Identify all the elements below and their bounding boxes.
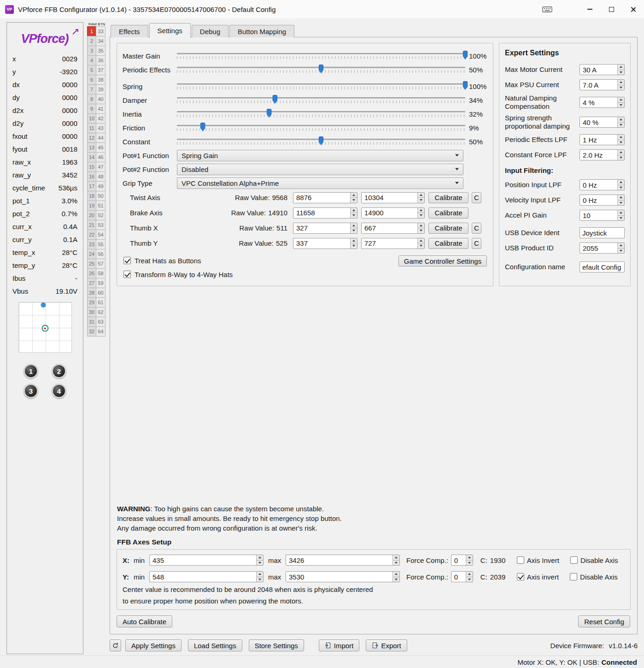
spring-slider[interactable] bbox=[177, 81, 465, 91]
spin-up-button[interactable] bbox=[618, 210, 624, 216]
tab-settings[interactable]: Settings bbox=[149, 23, 191, 38]
spring-strength-proportional-damping-spinbox[interactable]: 40 % bbox=[580, 117, 625, 128]
velocity-input-lpf-spinbox[interactable]: 0 Hz bbox=[580, 195, 625, 206]
twist-axis-center-button[interactable]: C bbox=[472, 192, 481, 203]
import-button[interactable]: Import bbox=[319, 639, 360, 651]
twist-axis-max-spinbox[interactable]: 10304 bbox=[361, 192, 425, 203]
brake-axis-max-spinbox[interactable]: 14900 bbox=[361, 207, 425, 219]
spin-up-button[interactable] bbox=[618, 117, 624, 123]
configuration-name-input[interactable]: efault Config bbox=[580, 261, 625, 272]
spin-value[interactable]: 3530 bbox=[286, 572, 392, 582]
spin-down-button[interactable] bbox=[351, 228, 357, 233]
damper-slider[interactable] bbox=[177, 95, 465, 105]
refresh-button[interactable] bbox=[110, 639, 121, 651]
thumb-y-min-spinbox[interactable]: 337 bbox=[293, 238, 357, 249]
x-axis-min-spinbox[interactable]: 435 bbox=[149, 555, 263, 566]
accel-pi-gain-spinbox[interactable]: 10 bbox=[580, 210, 625, 221]
spin-up-button[interactable] bbox=[618, 243, 624, 248]
spin-up-button[interactable] bbox=[351, 238, 357, 244]
load-settings-button[interactable]: Load Settings bbox=[188, 639, 242, 651]
spin-down-button[interactable] bbox=[618, 185, 624, 190]
spin-value[interactable]: 8876 bbox=[293, 193, 350, 203]
spin-value[interactable]: 0 Hz bbox=[580, 195, 617, 205]
spin-value[interactable]: 548 bbox=[150, 572, 256, 582]
y-axis-force-comp-spinbox[interactable]: 0 bbox=[451, 571, 473, 582]
store-settings-button[interactable]: Store Settings bbox=[249, 639, 304, 651]
spin-down-button[interactable] bbox=[618, 103, 624, 108]
spin-up-button[interactable] bbox=[466, 555, 473, 561]
usb-device-ident-input[interactable]: Joystick bbox=[580, 227, 625, 238]
spin-up-button[interactable] bbox=[257, 555, 263, 561]
spin-value[interactable]: 0 bbox=[451, 555, 466, 565]
spin-up-button[interactable] bbox=[618, 65, 624, 70]
spin-down-button[interactable] bbox=[618, 85, 624, 90]
x-axis-invert-checkbox[interactable] bbox=[517, 556, 524, 564]
spin-down-button[interactable] bbox=[351, 213, 357, 218]
constant-slider[interactable] bbox=[177, 136, 465, 147]
spin-down-button[interactable] bbox=[618, 216, 624, 221]
apply-settings-button[interactable]: Apply Settings bbox=[125, 639, 181, 651]
spin-up-button[interactable] bbox=[393, 555, 399, 561]
thumb-x-max-spinbox[interactable]: 667 bbox=[361, 223, 425, 234]
spin-down-button[interactable] bbox=[618, 201, 624, 206]
brake-axis-calibrate-button[interactable]: Calibrate bbox=[428, 207, 468, 219]
spin-up-button[interactable] bbox=[418, 223, 424, 229]
spin-value[interactable]: 2055 bbox=[580, 243, 617, 253]
spin-value[interactable]: 1 Hz bbox=[580, 135, 617, 145]
thumb-x-center-button[interactable]: C bbox=[472, 223, 481, 234]
spin-value[interactable]: 727 bbox=[362, 238, 417, 248]
minimize-button[interactable] bbox=[579, 0, 601, 18]
position-input-lpf-spinbox[interactable]: 0 Hz bbox=[580, 179, 625, 190]
game-controller-settings-button[interactable]: Game Controller Settings bbox=[398, 255, 487, 266]
spin-down-button[interactable] bbox=[257, 577, 263, 582]
spin-down-button[interactable] bbox=[618, 70, 624, 75]
natural-damping-compensation-spinbox[interactable]: 4 % bbox=[580, 97, 625, 108]
spin-up-button[interactable] bbox=[351, 223, 357, 229]
spin-value[interactable]: 10304 bbox=[362, 193, 417, 203]
spin-value[interactable]: 337 bbox=[293, 238, 350, 248]
spin-down-button[interactable] bbox=[351, 198, 357, 203]
spin-up-button[interactable] bbox=[618, 195, 624, 201]
inertia-slider[interactable] bbox=[177, 109, 465, 119]
tab-button-mapping[interactable]: Button Mapping bbox=[229, 25, 294, 37]
spin-up-button[interactable] bbox=[257, 572, 263, 577]
pot-1-function-dropdown[interactable]: Spring Gain bbox=[177, 150, 463, 161]
auto-calibrate-button[interactable]: Auto Calibrate bbox=[117, 615, 172, 627]
thumb-y-max-spinbox[interactable]: 727 bbox=[361, 238, 425, 249]
spin-up-button[interactable] bbox=[351, 208, 357, 213]
spin-value[interactable]: 10 bbox=[580, 210, 617, 220]
y-axis-invert-checkbox[interactable] bbox=[517, 573, 524, 580]
spin-value[interactable]: 435 bbox=[150, 555, 256, 565]
grip-type-dropdown[interactable]: VPC Constellation Alpha+Prime bbox=[177, 177, 463, 189]
periodic-effects-slider[interactable] bbox=[177, 65, 465, 75]
reset-config-button[interactable]: Reset Config bbox=[578, 615, 630, 627]
treat-hats-as-buttons-checkbox[interactable] bbox=[123, 257, 131, 264]
thumb-y-calibrate-button[interactable]: Calibrate bbox=[428, 238, 468, 249]
tab-debug[interactable]: Debug bbox=[192, 25, 228, 37]
spin-down-button[interactable] bbox=[393, 577, 399, 582]
twist-axis-min-spinbox[interactable]: 8876 bbox=[293, 192, 357, 203]
brake-axis-min-spinbox[interactable]: 11658 bbox=[293, 207, 357, 219]
y-axis-min-spinbox[interactable]: 548 bbox=[149, 571, 263, 582]
spin-down-button[interactable] bbox=[618, 123, 624, 128]
spin-value[interactable]: 0 bbox=[451, 572, 466, 582]
spin-up-button[interactable] bbox=[466, 572, 473, 577]
spin-up-button[interactable] bbox=[618, 135, 624, 140]
spin-up-button[interactable] bbox=[393, 572, 399, 577]
maximize-button[interactable] bbox=[601, 0, 622, 18]
thumb-x-calibrate-button[interactable]: Calibrate bbox=[428, 223, 468, 234]
spin-up-button[interactable] bbox=[418, 208, 424, 213]
y-axis-disable-checkbox[interactable] bbox=[570, 573, 577, 580]
spin-up-button[interactable] bbox=[618, 150, 624, 155]
x-axis-disable-checkbox[interactable] bbox=[570, 556, 578, 564]
spin-value[interactable]: 30 A bbox=[580, 65, 617, 75]
max-motor-current-spinbox[interactable]: 30 A bbox=[580, 64, 625, 75]
spin-up-button[interactable] bbox=[618, 97, 624, 103]
spin-down-button[interactable] bbox=[418, 213, 424, 218]
spin-down-button[interactable] bbox=[466, 577, 473, 582]
close-button[interactable] bbox=[622, 0, 644, 18]
spin-up-button[interactable] bbox=[618, 80, 624, 85]
spin-value[interactable]: 14900 bbox=[362, 208, 417, 218]
spin-value[interactable]: 327 bbox=[293, 223, 350, 233]
x-axis-force-comp-spinbox[interactable]: 0 bbox=[451, 555, 473, 566]
